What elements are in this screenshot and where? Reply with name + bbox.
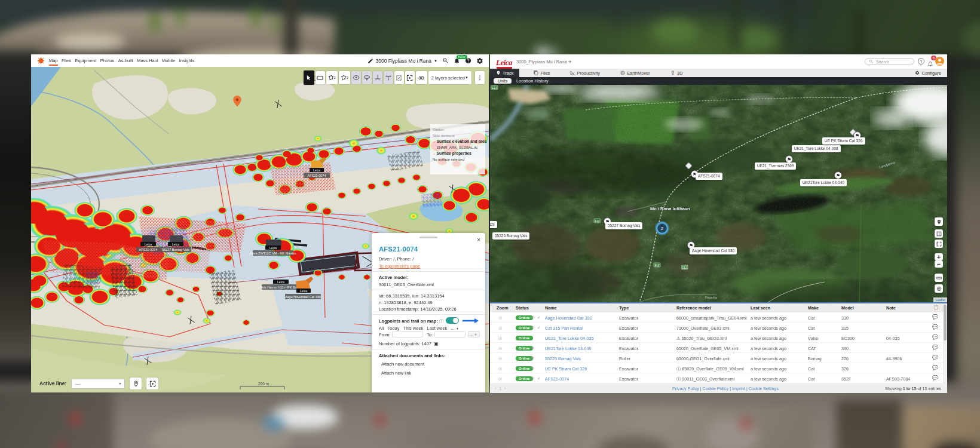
svg-text:55227 Bomag Vals: 55227 Bomag Vals	[162, 248, 189, 251]
svg-text:Leica: Leica	[270, 246, 277, 250]
svg-text:AFS21-0074: AFS21-0074	[139, 248, 158, 251]
svg-text:Leica: Leica	[145, 243, 152, 246]
svg-text:Leica: Leica	[300, 289, 307, 293]
svg-text:E12: E12	[682, 266, 687, 269]
svg-text:2: 2	[661, 226, 663, 231]
svg-text:Vols Hamm H11i - PK Strøm: Vols Hamm H11i - PK Strøm	[260, 286, 302, 289]
svg-text:AFS23-0074: AFS23-0074	[308, 174, 326, 177]
svg-text:Leica: Leica	[313, 168, 320, 172]
svg-text:E12: E12	[654, 264, 660, 267]
svg-text:Leica: Leica	[277, 280, 284, 284]
svg-text:Mo i Rana lufthavn: Mo i Rana lufthavn	[650, 206, 690, 211]
svg-text:Leica: Leica	[172, 243, 179, 246]
svg-text:Vova ZW112C VM - MX Maskin: Vova ZW112C VM - MX Maskin	[250, 251, 296, 255]
svg-text:Fagerlia: Fagerlia	[705, 296, 718, 299]
svg-text:E12: E12	[492, 87, 497, 90]
svg-text:Aage Hoverstad Cat 330: Aage Hoverstad Cat 330	[285, 295, 321, 299]
svg-text:200 m: 200 m	[258, 382, 269, 386]
svg-text:E12: E12	[595, 220, 600, 223]
